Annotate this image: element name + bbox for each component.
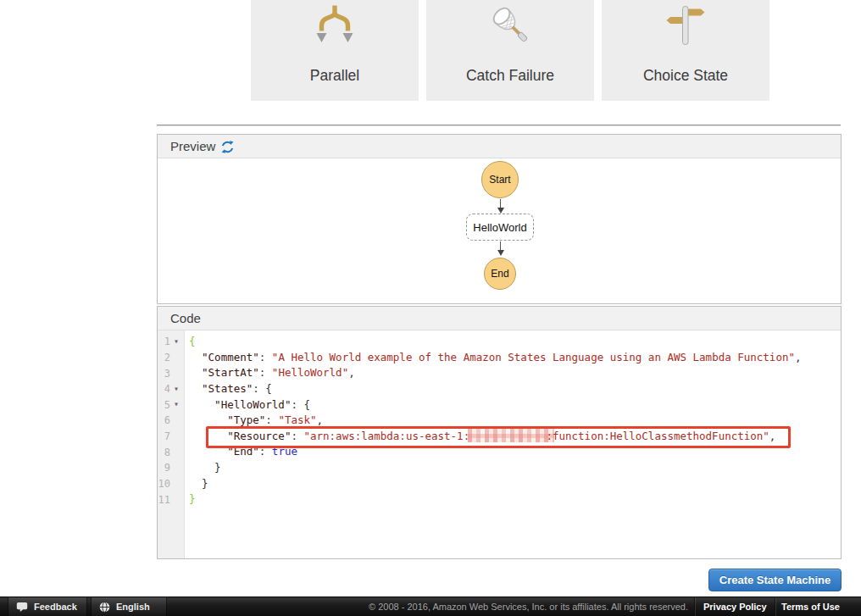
code-title: Code [170, 311, 201, 325]
gutter-row: 6 [158, 413, 184, 429]
blueprint-card-choice-state[interactable]: Choice State [602, 0, 769, 101]
state-diagram: Start HelloWorld End [158, 135, 841, 303]
copyright-text: © 2008 - 2016, Amazon Web Services, Inc.… [369, 597, 688, 616]
line-number: 9 [158, 462, 170, 474]
gutter-row: 3 [158, 365, 184, 381]
fold-arrow-icon[interactable]: ▾ [170, 384, 182, 393]
footer-bar: Feedback English © 2008 - 2016, Amazon W… [0, 597, 861, 616]
gutter-row: 2 [158, 350, 184, 366]
line-number: 3 [158, 368, 170, 380]
feedback-label: Feedback [34, 602, 77, 612]
code-line[interactable]: "StartAt": "HelloWorld", [189, 365, 802, 381]
start-label: Start [489, 174, 510, 186]
terms-of-use-link[interactable]: Terms of Use [781, 597, 840, 616]
create-state-machine-button[interactable]: Create State Machine [708, 569, 842, 591]
fold-arrow-icon[interactable]: ▾ [170, 399, 182, 408]
gutter-row: 7 [158, 429, 184, 445]
footer-divider [775, 597, 776, 616]
line-number: 6 [158, 414, 170, 426]
fold-arrow-icon[interactable]: ▾ [170, 336, 182, 346]
gutter-row: 9 [158, 460, 184, 476]
parallel-icon [251, 3, 419, 45]
globe-icon [99, 602, 110, 613]
gutter-row: 1▾ [158, 334, 184, 350]
line-number: 10 [158, 478, 170, 490]
highlight-annotation-box [206, 426, 791, 448]
editor-gutter: 1▾234▾5▾67891011 [158, 330, 185, 558]
code-header: Code [158, 307, 841, 330]
choice-signpost-icon [602, 3, 769, 48]
code-line[interactable]: "Comment": "A Hello World example of the… [189, 350, 802, 366]
line-number: 5 [158, 399, 170, 411]
line-number: 4 [158, 383, 170, 395]
line-number: 8 [158, 447, 170, 458]
preview-panel: Preview Start HelloWorld End [157, 134, 842, 304]
catch-net-icon [426, 3, 594, 48]
blueprint-card-catch-failure[interactable]: Catch Failure [426, 0, 594, 101]
gutter-row: 8 [158, 444, 184, 460]
diagram-arrowhead [497, 208, 504, 214]
diagram-task-node: HelloWorld [466, 214, 534, 241]
code-panel: Code 1▾234▾5▾67891011 { "Comment": "A He… [157, 306, 842, 559]
blueprint-label: Parallel [251, 67, 419, 85]
language-label: English [116, 602, 150, 612]
language-button[interactable]: English [91, 597, 167, 616]
privacy-policy-link[interactable]: Privacy Policy [703, 597, 767, 616]
line-number: 7 [158, 430, 170, 442]
line-number: 2 [158, 352, 170, 363]
line-number: 11 [158, 494, 170, 506]
code-line[interactable]: { [189, 334, 802, 350]
blueprint-card-parallel[interactable]: Parallel [251, 0, 419, 101]
blueprint-label: Choice State [602, 67, 769, 85]
diagram-start-node: Start [481, 161, 519, 198]
blueprint-label: Catch Failure [426, 67, 594, 85]
feedback-button[interactable]: Feedback [8, 597, 87, 616]
code-line[interactable]: "States": { [189, 381, 802, 397]
section-divider [157, 125, 841, 125]
code-editor[interactable]: 1▾234▾5▾67891011 { "Comment": "A Hello W… [158, 330, 841, 558]
code-line[interactable]: } [189, 476, 802, 492]
code-line[interactable]: } [189, 491, 802, 508]
gutter-row: 4▾ [158, 381, 184, 397]
diagram-end-node: End [484, 258, 516, 290]
diagram-arrowhead [497, 250, 504, 256]
line-number: 1 [158, 336, 170, 347]
end-label: End [491, 268, 508, 280]
code-line[interactable]: } [189, 460, 802, 476]
footer-divider [694, 597, 696, 616]
gutter-row: 5▾ [158, 397, 184, 413]
code-line[interactable]: "HelloWorld": { [189, 397, 802, 413]
task-label: HelloWorld [473, 221, 526, 234]
gutter-row: 10 [158, 476, 184, 492]
gutter-row: 11 [158, 491, 184, 508]
feedback-bubble-icon [16, 602, 28, 613]
